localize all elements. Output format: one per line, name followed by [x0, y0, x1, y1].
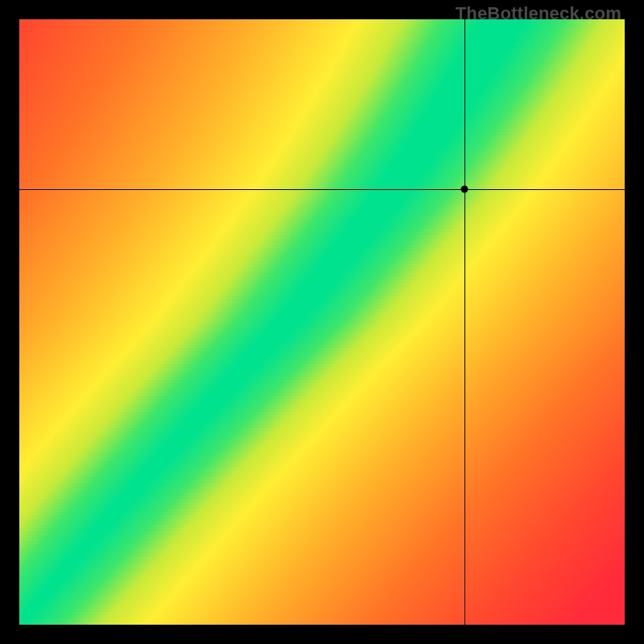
marker-dot [460, 185, 468, 192]
chart-frame: TheBottleneck.com [0, 0, 644, 644]
watermark-label: TheBottleneck.com [456, 3, 621, 24]
heatmap-canvas [19, 19, 625, 625]
crosshair-horizontal [19, 189, 625, 190]
crosshair-vertical [464, 19, 465, 625]
heatmap-plot [19, 19, 625, 625]
